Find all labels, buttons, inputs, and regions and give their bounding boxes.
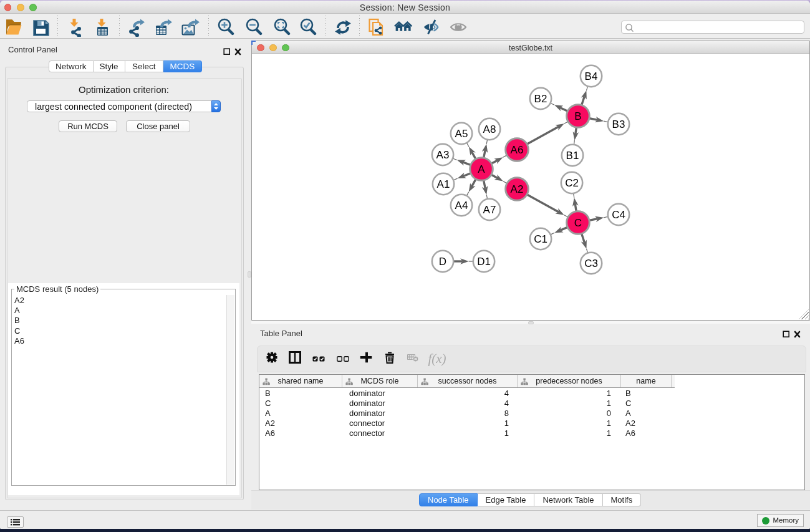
svg-text:B1: B1	[566, 150, 579, 162]
svg-text:A3: A3	[436, 149, 450, 161]
svg-text:C: C	[574, 217, 582, 229]
svg-text:D1: D1	[477, 256, 491, 268]
svg-text:B4: B4	[585, 70, 598, 82]
svg-text:B2: B2	[534, 93, 547, 105]
svg-text:A2: A2	[511, 183, 524, 195]
svg-text:A: A	[478, 163, 485, 175]
svg-text:A7: A7	[483, 204, 496, 216]
svg-text:A8: A8	[483, 123, 496, 135]
svg-text:A4: A4	[455, 200, 468, 211]
svg-text:A1: A1	[437, 178, 450, 190]
svg-text:C2: C2	[565, 177, 579, 189]
svg-text:C4: C4	[612, 209, 625, 221]
svg-text:A6: A6	[511, 144, 524, 156]
svg-text:B: B	[574, 110, 581, 122]
svg-text:B3: B3	[612, 118, 625, 130]
svg-text:A5: A5	[455, 128, 468, 140]
svg-text:D: D	[439, 256, 446, 268]
svg-text:C3: C3	[584, 258, 598, 269]
svg-text:C1: C1	[534, 233, 547, 245]
